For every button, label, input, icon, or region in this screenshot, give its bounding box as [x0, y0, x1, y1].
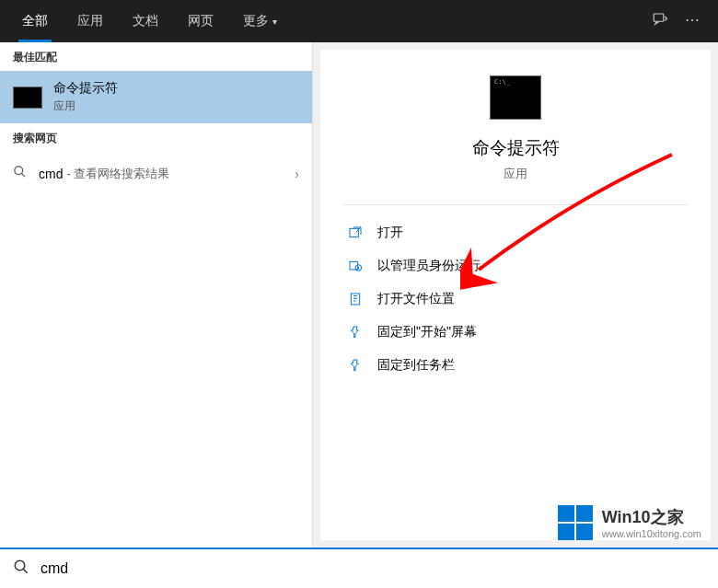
app-icon-large	[490, 75, 541, 120]
best-match-result[interactable]: 命令提示符 应用	[0, 71, 312, 123]
action-run-admin-label: 以管理员身份运行	[377, 258, 481, 274]
action-open-location-label: 打开文件位置	[377, 291, 455, 307]
tab-apps-label: 应用	[77, 13, 103, 29]
tab-more-label: 更多	[243, 13, 269, 29]
filter-tabs: 全部 应用 文档 网页 更多▾	[7, 0, 292, 42]
action-pin-start-label: 固定到"开始"屏幕	[377, 324, 477, 340]
svg-point-1	[15, 167, 23, 175]
top-tab-bar: 全部 应用 文档 网页 更多▾ ⋯	[0, 0, 718, 42]
app-name: 命令提示符	[472, 136, 560, 160]
topbar-actions: ⋯	[652, 11, 711, 31]
svg-rect-5	[351, 294, 359, 305]
tab-docs[interactable]: 文档	[118, 0, 173, 42]
action-run-admin[interactable]: 以管理员身份运行	[342, 249, 689, 282]
web-hint-text: - 查看网络搜索结果	[66, 166, 169, 182]
watermark: Win10之家 www.win10xitong.com	[558, 505, 701, 540]
detail-pane: 命令提示符 应用 打开 以管理员身份运行 打开文件位置	[320, 50, 711, 540]
more-options-icon[interactable]: ⋯	[685, 11, 700, 31]
search-input[interactable]	[41, 560, 705, 577]
action-pin-start[interactable]: 固定到"开始"屏幕	[342, 316, 689, 349]
search-icon	[13, 165, 29, 182]
svg-rect-0	[654, 14, 664, 21]
watermark-title: Win10之家	[602, 506, 701, 528]
action-open[interactable]: 打开	[342, 216, 689, 249]
result-subtitle: 应用	[53, 98, 118, 114]
watermark-url: www.win10xitong.com	[602, 528, 701, 539]
actions-list: 打开 以管理员身份运行 打开文件位置 固定到"开始"屏幕	[320, 205, 711, 393]
svg-rect-2	[350, 228, 358, 236]
web-search-header: 搜索网页	[0, 123, 312, 152]
result-text: 命令提示符 应用	[53, 80, 118, 114]
app-type: 应用	[504, 166, 527, 182]
tab-apps[interactable]: 应用	[63, 0, 118, 42]
admin-icon	[346, 259, 365, 273]
pin-taskbar-icon	[346, 358, 365, 373]
tab-all-label: 全部	[22, 13, 48, 29]
action-open-label: 打开	[377, 225, 403, 241]
chevron-down-icon: ▾	[272, 17, 277, 27]
windows-logo-icon	[558, 505, 593, 540]
web-search-result[interactable]: cmd - 查看网络搜索结果 ›	[0, 152, 312, 195]
web-query-text: cmd	[39, 167, 63, 181]
search-icon	[13, 559, 29, 579]
content-area: 最佳匹配 命令提示符 应用 搜索网页 cmd - 查看网络搜索结果 › 命令提示…	[0, 42, 718, 548]
action-pin-taskbar[interactable]: 固定到任务栏	[342, 349, 689, 382]
open-icon	[346, 225, 365, 240]
chevron-right-icon: ›	[295, 167, 299, 181]
tab-all[interactable]: 全部	[7, 0, 63, 42]
action-open-location[interactable]: 打开文件位置	[342, 282, 689, 316]
result-title: 命令提示符	[53, 80, 118, 97]
pin-start-icon	[346, 325, 365, 340]
tab-docs-label: 文档	[133, 13, 158, 29]
tab-web-label: 网页	[188, 13, 214, 29]
cmd-icon	[13, 86, 42, 109]
search-bar[interactable]	[0, 548, 718, 588]
tab-web[interactable]: 网页	[173, 0, 228, 42]
best-match-header: 最佳匹配	[0, 42, 312, 71]
svg-point-6	[15, 560, 25, 571]
results-pane: 最佳匹配 命令提示符 应用 搜索网页 cmd - 查看网络搜索结果 ›	[0, 42, 313, 548]
action-pin-taskbar-label: 固定到任务栏	[377, 357, 455, 374]
feedback-icon[interactable]	[652, 11, 668, 31]
watermark-text: Win10之家 www.win10xitong.com	[602, 506, 701, 539]
folder-icon	[346, 292, 365, 306]
tab-more[interactable]: 更多▾	[228, 0, 292, 42]
